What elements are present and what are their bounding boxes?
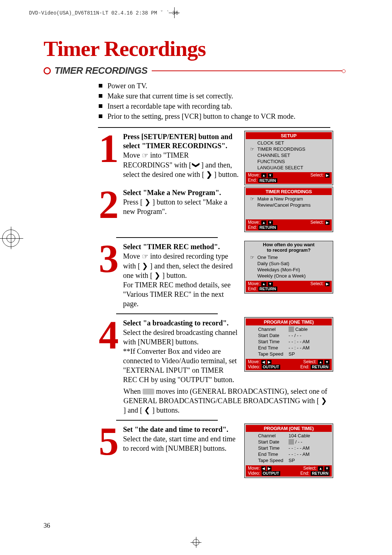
step-text: For TIMER REC method details, see "Vario… <box>123 280 239 308</box>
step-text: Select the date, start time and end time… <box>123 434 239 453</box>
right-arrow-icon: ▶ <box>325 282 330 286</box>
osd-program-one-time: PROGRAM (ONE TIME) Channel Cable Start D… <box>244 317 333 372</box>
right-arrow-icon: ▶ <box>267 360 271 364</box>
step-body: Select "Make a New Program". Press [ ❯ ]… <box>123 187 239 232</box>
step-4: 4 Select "a broadcasting to record". Sel… <box>98 317 345 384</box>
down-arrow-icon: ▼ <box>324 360 330 364</box>
right-arrow-icon: ▶ <box>325 173 330 178</box>
down-arrow-icon: ▼ <box>268 220 273 225</box>
square-bullet-icon <box>99 104 102 108</box>
osd-kv-list: Channel Cable Start Date- - / - - Start … <box>246 327 332 358</box>
pointing-hand-icon: ☞ <box>249 255 255 261</box>
crop-mark-top <box>169 7 180 18</box>
list-item-text: Insert a recordable tape with recording … <box>107 101 232 111</box>
step-number: 3 <box>98 241 118 308</box>
button-placeholder-icon <box>143 389 154 394</box>
step-2: 2 Select "Make a New Program". Press [ ❯… <box>98 187 345 232</box>
print-header-stamp: DVD-Video(USA)_DV6T811N-LT 02.4.16 2:38 … <box>29 10 385 17</box>
step-body: Select "TIMER REC method". Move ☞ into d… <box>123 241 239 308</box>
divider <box>116 313 218 314</box>
step-heading: Set "the date and time to record". <box>123 425 239 434</box>
step-text: Press [ ❯ ] button to select "Make a new… <box>123 197 239 216</box>
osd-menu-list: ☞Make a New Program Review/Cancel Progra… <box>246 196 332 219</box>
pointing-hand-icon: ☞ <box>249 196 255 202</box>
osd-record-frequency-menu: How often do you wantto record program? … <box>244 241 333 293</box>
step-4-after-text: When moves into (GENERAL BROADCASTING), … <box>123 386 330 415</box>
page-number: 36 <box>44 522 50 530</box>
up-arrow-icon: ▲ <box>261 220 266 225</box>
divider <box>116 420 218 421</box>
step-heading: Select "a broadcasting to record". <box>123 319 239 328</box>
step-body: Select "a broadcasting to record". Selec… <box>123 317 239 384</box>
list-item: Insert a recordable tape with recording … <box>99 101 345 111</box>
osd-timer-recordings-menu: TIMER RECORDINGS ☞Make a New Program Rev… <box>244 187 333 232</box>
osd-menu-list: ☞One Time Daily (Sun-Sat) Weekdays (Mon-… <box>246 255 332 281</box>
step-text: Move ☞ into desired recording type with … <box>123 251 239 280</box>
step-heading: Select "Make a New Program". <box>123 188 239 197</box>
osd-footer: Move:◀▶ Select:▲▼ Video:OUTPUT End:RETUR… <box>246 465 332 477</box>
step-3: 3 Select "TIMER REC method". Move ☞ into… <box>98 241 345 308</box>
osd-footer: Move:▲▼ Select:▶ End:RETURN <box>246 281 332 292</box>
list-item: Make sure that current time is set corre… <box>99 91 345 101</box>
pointing-hand-icon: ☞ <box>249 146 255 153</box>
divider <box>98 127 330 128</box>
osd-title: PROGRAM (ONE TIME) <box>246 319 332 325</box>
osd-program-one-time-2: PROGRAM (ONE TIME) Channel104 Cable Star… <box>244 424 333 478</box>
page-title: Timer Recordings <box>44 36 345 61</box>
up-arrow-icon: ▲ <box>261 173 266 178</box>
section-heading: TIMER RECORDINGS <box>54 65 147 76</box>
down-arrow-icon: ▼ <box>268 173 273 178</box>
step-body: Set "the date and time to record". Selec… <box>123 424 239 478</box>
square-bullet-icon <box>99 84 102 88</box>
step-heading: Press [SETUP/ENTER] button and select "T… <box>123 132 239 150</box>
osd-menu-list: CLOCK SET ☞TIMER RECORDINGS CHANNEL SET … <box>246 140 332 172</box>
step-text: Move ☞ into "TIMER RECORDINGS" with [ ❯ … <box>123 150 239 179</box>
list-item-text: Make sure that current time is set corre… <box>107 91 233 101</box>
square-bullet-icon <box>99 114 102 118</box>
registration-mark-bottom <box>191 537 201 548</box>
step-body: Press [SETUP/ENTER] button and select "T… <box>123 131 239 185</box>
osd-footer: Move:▲▼ Select:▶ End:RETURN <box>246 219 332 231</box>
section-rule <box>152 70 345 71</box>
osd-kv-list: Channel104 Cable Start Date / - - Start … <box>246 433 332 465</box>
step-number: 1 <box>98 131 118 185</box>
divider <box>116 237 218 238</box>
step-text: Select the desired broadcasting channel … <box>123 328 239 347</box>
square-bullet-icon <box>99 94 102 98</box>
up-arrow-icon: ▲ <box>318 466 323 471</box>
osd-footer: Move:◀▶ Select:▲▼ Video:OUTPUT End:RETUR… <box>246 359 332 370</box>
section-heading-row: TIMER RECORDINGS <box>44 65 345 76</box>
pointing-hand-icon: ☞ <box>142 252 148 261</box>
down-arrow-icon: ▼ <box>268 282 273 286</box>
osd-title: TIMER RECORDINGS <box>246 188 332 195</box>
page-content: Timer Recordings TIMER RECORDINGS Power … <box>44 36 345 479</box>
right-arrow-icon: ▶ <box>325 220 330 225</box>
osd-footer: Move:▲▼ Select:▶ End:RETURN <box>246 172 332 184</box>
list-item-text: Power on TV. <box>107 81 147 91</box>
step-1: 1 Press [SETUP/ENTER] button and select … <box>98 131 345 185</box>
highlight-field <box>289 327 294 332</box>
osd-title: PROGRAM (ONE TIME) <box>246 425 332 432</box>
step-5: 5 Set "the date and time to record". Sel… <box>98 424 345 478</box>
list-item: Prior to the setting, press [VCR] button… <box>99 111 345 121</box>
step-note: **If Converter Box and video are connect… <box>123 347 239 384</box>
up-arrow-icon: ▲ <box>318 360 323 364</box>
list-item-text: Prior to the setting, press [VCR] button… <box>107 111 295 121</box>
pointing-hand-icon: ☞ <box>142 151 148 160</box>
prerequisite-list: Power on TV. Make sure that current time… <box>99 81 345 121</box>
step-number: 4 <box>98 317 118 384</box>
up-arrow-icon: ▲ <box>261 282 266 286</box>
highlight-field <box>289 439 294 445</box>
section-bullet-icon <box>44 67 51 74</box>
left-arrow-icon: ◀ <box>261 360 266 364</box>
down-arrow-icon: ▼ <box>324 466 330 471</box>
list-item: Power on TV. <box>99 81 345 91</box>
step-number: 5 <box>98 424 118 478</box>
osd-prompt: How often do you wantto record program? <box>246 242 332 253</box>
step-heading: Select "TIMER REC method". <box>123 242 239 251</box>
step-number: 2 <box>98 187 118 232</box>
registration-mark-left <box>0 227 25 252</box>
left-arrow-icon: ◀ <box>261 466 266 471</box>
osd-title: SETUP <box>246 132 332 139</box>
osd-setup-menu: SETUP CLOCK SET ☞TIMER RECORDINGS CHANNE… <box>244 131 333 185</box>
